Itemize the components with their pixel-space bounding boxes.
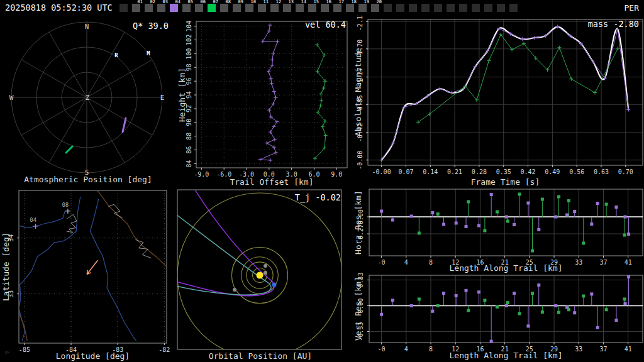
residual-marker	[537, 283, 540, 287]
series-line	[382, 26, 629, 160]
x-tick-label: -0.00	[372, 168, 391, 175]
polar-spoke	[21, 60, 87, 97]
residual-marker	[623, 302, 626, 305]
station-indicator-12[interactable]: 12	[270, 4, 279, 12]
residual-marker	[573, 210, 576, 213]
station-indicator-15[interactable]: 15	[308, 4, 316, 12]
station-indicator-label: 20	[377, 0, 382, 4]
trail-offset-panel: -9.0-6.0-3.00.03.06.09.08486889092949698…	[176, 15, 352, 187]
magnitude-series-station-04	[380, 25, 631, 162]
station-indicator-16[interactable]: 16	[321, 4, 329, 12]
x-tick-label: 0.14	[423, 168, 438, 175]
residual-marker	[490, 193, 493, 196]
residual-marker	[554, 216, 557, 219]
residual-marker	[596, 202, 599, 205]
horz-res-points	[369, 193, 643, 253]
station-indicator-label: 06	[201, 0, 206, 4]
polar-spoke	[49, 32, 87, 97]
q-value: Q* 39.0	[133, 21, 169, 31]
residual-marker	[455, 294, 458, 297]
station-indicator-08[interactable]: 08	[220, 4, 228, 12]
station-indicator-label: 05	[188, 0, 193, 4]
state-border-0	[97, 190, 168, 268]
station-indicator-empty[interactable]	[409, 4, 417, 12]
station-indicator-09[interactable]: 09	[233, 4, 241, 12]
station-indicator-label: 15	[314, 0, 319, 4]
radiant-label-M: M	[147, 50, 150, 57]
residual-marker	[554, 304, 557, 307]
plot-frame	[369, 275, 643, 343]
station-indicator-06[interactable]: 06	[195, 4, 203, 12]
residual-marker	[526, 202, 530, 205]
station-indicator-label: 07	[213, 0, 218, 4]
station-indicator-empty[interactable]	[484, 4, 492, 12]
station-indicator-11[interactable]: 11	[258, 4, 266, 12]
x-tick-label: 0.56	[569, 168, 584, 175]
residual-marker	[627, 275, 630, 278]
station-indicator-01[interactable]: 01	[132, 4, 140, 12]
x-tick-label: 0.21	[447, 168, 462, 175]
station-indicator-04[interactable]: 04	[170, 4, 178, 12]
station-indicator-03[interactable]: 03	[157, 4, 165, 12]
residual-marker	[557, 195, 560, 199]
residual-marker	[582, 294, 585, 297]
residual-marker	[567, 308, 570, 311]
residual-marker	[418, 232, 421, 235]
residual-marker	[380, 313, 383, 316]
map-features: 0408	[19, 190, 167, 341]
cardinal-east: E	[160, 94, 165, 102]
plot-frame	[369, 189, 643, 256]
station-indicator-empty[interactable]	[459, 4, 467, 12]
station-indicator-20[interactable]: 20	[371, 4, 379, 12]
station-indicator-empty[interactable]	[384, 4, 392, 12]
series-line	[315, 45, 326, 158]
station-indicator-14[interactable]: 14	[296, 4, 304, 12]
top-status-bar: 20250818 05:52:30 UTC 010203040506070809…	[0, 0, 644, 15]
station-indicator-empty[interactable]	[421, 4, 430, 12]
polar-spoke	[49, 97, 87, 163]
residual-marker	[518, 312, 521, 315]
station-indicator-18[interactable]: 18	[346, 4, 354, 12]
mass-value: mass -2.80	[588, 19, 639, 29]
residual-marker	[614, 319, 618, 322]
length-along-trail-xlabel-bottom: Length Along Trail [km]	[369, 351, 643, 360]
sun-dot	[257, 272, 264, 279]
station-indicator-empty[interactable]	[497, 4, 505, 12]
residual-marker	[467, 200, 470, 204]
station-indicator-empty[interactable]	[434, 4, 442, 12]
residual-marker	[410, 215, 413, 218]
station-indicator-empty[interactable]	[447, 4, 455, 12]
residual-marker	[596, 326, 599, 329]
station-indicator-17[interactable]: 17	[333, 4, 341, 12]
residual-marker	[380, 210, 383, 213]
residual-marker	[526, 324, 530, 327]
station-indicator-label: 04	[175, 0, 180, 4]
station-indicator-05[interactable]: 05	[182, 4, 191, 12]
residual-marker	[506, 301, 509, 304]
station-indicator-02[interactable]: 02	[145, 4, 153, 12]
trail-offset-plot: -9.0-6.0-3.00.03.06.09.08486889092949698…	[176, 15, 352, 187]
trail-offset-xlabel: Trail Offset [km]	[196, 177, 347, 187]
station-indicator-empty[interactable]	[396, 4, 404, 12]
ground-track-arrow	[87, 260, 97, 274]
station-indicator-empty[interactable]	[509, 4, 518, 12]
station-indicator-empty[interactable]	[472, 4, 480, 12]
station-indicator-19[interactable]: 19	[358, 4, 367, 12]
trail-axes: -9.0-6.0-3.00.03.06.09.08486889092949698…	[186, 21, 347, 178]
meteor-streak-1	[66, 146, 72, 153]
station-indicator-10[interactable]: 10	[245, 4, 253, 12]
map-station-08	[65, 209, 70, 214]
station-indicator-label: 13	[289, 0, 294, 4]
height-ylabel: Height [km]	[177, 21, 187, 168]
station-indicator-label: 12	[276, 0, 281, 4]
station-indicator-empty[interactable]	[119, 4, 128, 12]
series-line	[418, 35, 618, 122]
station-indicator-07[interactable]: 07	[208, 4, 216, 12]
planet-dot-2	[233, 288, 236, 292]
residual-marker	[513, 292, 516, 295]
station-indicator-13[interactable]: 13	[283, 4, 291, 12]
x-tick-label: 0.07	[398, 168, 413, 175]
length-along-trail-xlabel-top: Length Along Trail [km]	[369, 263, 643, 273]
map-watermark: gw	[5, 349, 9, 354]
residual-marker	[506, 220, 509, 223]
